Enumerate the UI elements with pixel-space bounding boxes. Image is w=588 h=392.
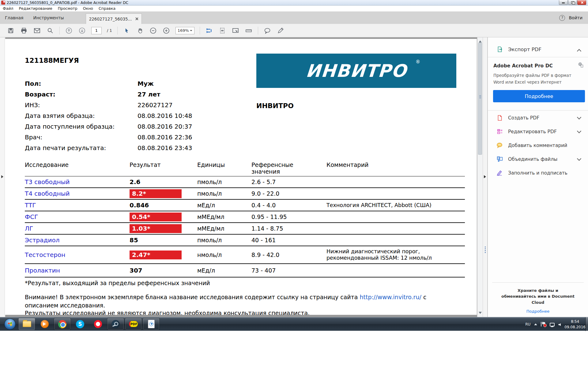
taskbar-opera-button[interactable]	[89, 318, 106, 330]
tab-home[interactable]: Главная	[0, 12, 28, 24]
system-tray: RU 8:54 09.08.2016	[525, 317, 586, 331]
clock[interactable]: 8:54 09.08.2016	[564, 319, 586, 330]
analysis-link[interactable]: Т3 свободный	[25, 178, 130, 186]
search-icon[interactable]	[46, 27, 54, 35]
scroll-up-icon[interactable]	[479, 39, 482, 43]
chevron-down-icon	[577, 129, 581, 133]
chevron-down-icon	[190, 30, 192, 32]
patient-code: 121188МЕГУЯ	[25, 57, 79, 64]
table-row: Тестостерон 2.47* нмоль/л 8.9 - 42.0 Ниж…	[25, 246, 465, 264]
toolbar: / 1 169%	[0, 24, 588, 37]
taskbar-steam-button[interactable]	[107, 318, 124, 330]
zoom-level-select[interactable]: 169%	[175, 27, 194, 34]
analysis-link[interactable]: Тестостерон	[25, 251, 130, 258]
scrolling-mode-icon[interactable]	[205, 27, 213, 35]
tab-document[interactable]: 226027127_56035...	[86, 13, 142, 24]
taskbar-explorer-button[interactable]	[18, 318, 35, 330]
table-row: ФСГ 0.54* мМЕд/мл 0.95 - 11.95	[25, 211, 465, 223]
taskbar-downloader-button[interactable]	[143, 318, 160, 330]
taskbar-skype-button[interactable]: S	[72, 318, 89, 330]
hand-tool-icon[interactable]	[136, 27, 144, 35]
minimize-button[interactable]	[559, 0, 568, 5]
out-of-range-result: 8.2*	[130, 189, 182, 198]
info-row: Дата поступления образца:08.08.2016 20:3…	[25, 121, 192, 132]
tab-bar: Главная Инструменты 226027127_56035... ?…	[0, 12, 588, 24]
fit-page-icon[interactable]	[218, 27, 226, 35]
ruler-icon[interactable]	[245, 27, 253, 35]
clock-time: 8:54	[564, 319, 586, 324]
print-icon[interactable]	[20, 27, 28, 35]
next-page-icon[interactable]	[78, 27, 86, 35]
document-cloud-link[interactable]: Подробнее	[526, 309, 549, 314]
start-button[interactable]	[4, 318, 16, 330]
select-tool-icon[interactable]	[123, 27, 131, 35]
fill-sign-icon[interactable]	[277, 27, 285, 35]
close-button[interactable]	[577, 0, 586, 5]
invitro-logo-text: ИНВИТРО	[305, 61, 407, 81]
notice-paragraph: Внимание! В электронном экземпляре бланк…	[25, 293, 445, 310]
restore-button[interactable]	[568, 0, 577, 5]
right-pane-toggle-icon[interactable]	[484, 175, 488, 178]
analysis-link[interactable]: ЛГ	[25, 225, 130, 232]
show-desktop-button[interactable]	[585, 317, 588, 331]
document-cloud-text: Храните файлы и обменивайтесь ими в Docu…	[500, 288, 576, 306]
network-icon[interactable]	[550, 323, 555, 326]
menu-help[interactable]: Справка	[96, 6, 118, 11]
analysis-link[interactable]: Т4 свободный	[25, 190, 130, 197]
sign-in-link[interactable]: Войти	[569, 15, 582, 20]
left-pane-toggle-icon[interactable]	[1, 175, 5, 178]
window-title: 226027127_56035801_0_АРАПОВ.pdf - Adobe …	[7, 1, 128, 5]
save-icon[interactable]	[7, 27, 15, 35]
table-row: ТТГ 0.846 мЕд/л 0.4 - 4.0 Технология ARC…	[25, 200, 465, 211]
tray-expand-icon[interactable]	[534, 322, 537, 325]
zoom-level-value: 169%	[178, 28, 189, 33]
panel-item-combine-files[interactable]: Объединить файлы	[488, 152, 588, 166]
left-nav-rail	[0, 37, 5, 317]
edit-pdf-icon	[496, 128, 503, 135]
analysis-link[interactable]: Эстрадиол	[25, 236, 130, 244]
zoom-in-icon[interactable]	[162, 27, 170, 35]
invitro-link[interactable]: http://www.invitro.ru/	[360, 294, 421, 300]
panel-item-create-pdf[interactable]: Создать PDF	[488, 111, 588, 125]
panel-item-fill-sign[interactable]: Заполнить и подписать	[488, 166, 588, 180]
learn-more-button[interactable]: Подробнее	[493, 90, 585, 102]
action-center-flag-icon[interactable]	[541, 322, 546, 326]
previous-page-icon[interactable]	[65, 27, 73, 35]
analysis-link[interactable]: ТТГ	[25, 202, 130, 209]
fullscreen-icon[interactable]	[232, 27, 239, 35]
analysis-link[interactable]: Пролактин	[25, 267, 130, 274]
document-viewport: 121188МЕГУЯ ИНВИТРО ® ИНВИТРО Пол:Муж Во…	[5, 37, 477, 317]
scrollbar-thumb[interactable]	[478, 43, 482, 155]
panel-splitter[interactable]	[483, 37, 488, 317]
menu-view[interactable]: Просмотр	[55, 6, 80, 11]
menu-file[interactable]: Файл	[0, 6, 16, 11]
taskbar-media-player-button[interactable]	[36, 318, 53, 330]
tab-tools[interactable]: Инструменты	[28, 12, 69, 24]
taskbar-pdf-reader-button[interactable]: PDF	[125, 318, 142, 330]
menu-edit[interactable]: Редактирование	[16, 6, 55, 11]
opera-icon	[94, 320, 102, 328]
page-number-input[interactable]	[91, 27, 102, 34]
menu-window[interactable]: Окно	[80, 6, 96, 11]
zoom-out-icon[interactable]	[149, 27, 157, 35]
panel-item-edit-pdf[interactable]: Редактировать PDF	[488, 125, 588, 138]
taskbar-chrome-button[interactable]	[54, 318, 71, 330]
panel-item-add-comment[interactable]: Добавить комментарий	[488, 138, 588, 152]
language-indicator[interactable]: RU	[525, 322, 530, 326]
registered-mark: ®	[416, 59, 420, 65]
window-titlebar: 226027127_56035801_0_АРАПОВ.pdf - Adobe …	[0, 0, 588, 6]
email-icon[interactable]	[33, 27, 41, 35]
vertical-scrollbar[interactable]	[477, 37, 483, 317]
volume-icon[interactable]	[558, 323, 561, 326]
acrobat-pro-title: Adobe Acrobat Pro DC	[493, 63, 553, 69]
scroll-down-icon[interactable]	[479, 312, 482, 315]
help-icon[interactable]: ?	[559, 15, 565, 21]
info-row: Возраст:27 лет	[25, 89, 192, 100]
acrobat-app-icon	[1, 1, 5, 5]
panel-section-export-pdf[interactable]: Экспорт PDF	[488, 43, 588, 56]
tab-close-icon[interactable]	[135, 17, 138, 21]
tab-document-label: 226027127_56035...	[89, 17, 132, 21]
comment-icon[interactable]	[263, 27, 271, 35]
analysis-link[interactable]: ФСГ	[25, 213, 130, 221]
splitter-grip[interactable]	[485, 247, 486, 247]
